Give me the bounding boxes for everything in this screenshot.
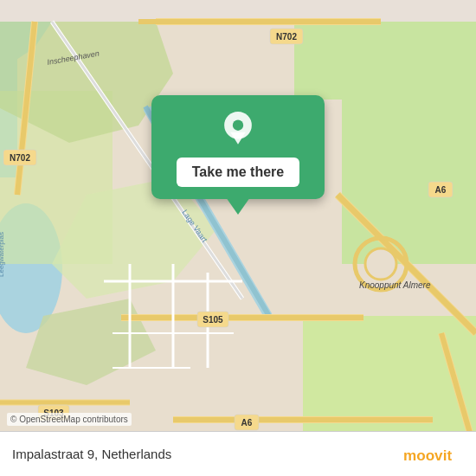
map-pin-icon [219, 111, 257, 149]
svg-text:A6: A6 [241, 418, 253, 428]
svg-text:A6: A6 [435, 185, 447, 195]
svg-rect-4 [294, 22, 476, 100]
svg-rect-6 [342, 91, 476, 264]
svg-text:Leegwaterplas: Leegwaterplas [0, 232, 5, 277]
map-container: N702 N702 S105 S103 A6 A6 A27 Knooppunt … [0, 0, 476, 476]
svg-text:moovit: moovit [403, 447, 452, 463]
svg-text:N702: N702 [10, 153, 30, 163]
svg-text:S105: S105 [203, 315, 223, 325]
svg-point-36 [365, 248, 396, 280]
svg-marker-57 [230, 132, 246, 145]
map-copyright: © OpenStreetMap contributors [7, 413, 132, 426]
location-popup: Take me there [151, 95, 325, 199]
bottom-bar: Impalastraat 9, Netherlands moovit [0, 431, 476, 476]
svg-point-56 [233, 120, 243, 131]
svg-text:Knooppunt Almere: Knooppunt Almere [359, 280, 431, 290]
map-background: N702 N702 S105 S103 A6 A6 A27 Knooppunt … [0, 0, 476, 476]
moovit-logo: moovit [403, 442, 464, 466]
take-me-there-button[interactable]: Take me there [177, 158, 299, 187]
svg-text:N702: N702 [276, 32, 297, 42]
moovit-icon: moovit [403, 442, 464, 466]
address-label: Impalastraat 9, Netherlands [12, 447, 171, 461]
